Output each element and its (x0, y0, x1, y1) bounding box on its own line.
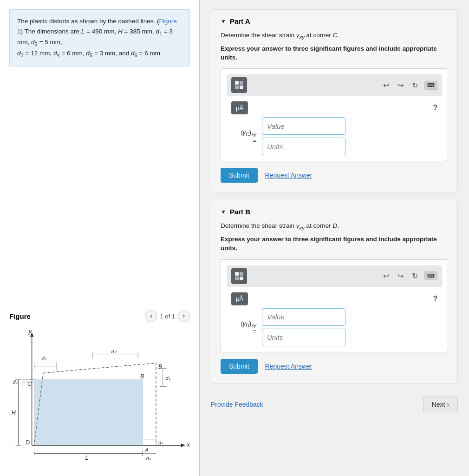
svg-text:L: L (85, 455, 88, 461)
part-b-section: ▼ Part B Determine the shear strain γxy … (211, 200, 458, 383)
part-a-toolbar: ↩ ↪ ↻ ⌨ (227, 74, 442, 96)
part-b-collapse-icon[interactable]: ▼ (221, 209, 226, 215)
svg-text:d₆: d₆ (146, 456, 151, 461)
figure-prev-button[interactable]: ‹ (145, 310, 157, 322)
mu-button[interactable]: μÅ (231, 101, 248, 114)
part-b-help-icon[interactable]: ? (433, 295, 437, 303)
figure-header: Figure ‹ 1 of 1 › (9, 310, 190, 322)
svg-rect-47 (240, 272, 243, 276)
part-b-question: Determine the shear strain γxy at corner… (221, 222, 448, 231)
part-a-question: Determine the shear strain γxy at corner… (221, 32, 448, 40)
svg-text:x: x (186, 441, 190, 448)
part-a-submit-button[interactable]: Submit (221, 168, 258, 183)
part-a-value-input[interactable] (262, 117, 345, 135)
part-a-input-row: (γC)xy = (227, 117, 442, 155)
part-b-request-answer-button[interactable]: Request Answer (265, 363, 313, 370)
part-a-actions: Submit Request Answer (221, 168, 448, 183)
svg-text:B: B (140, 373, 144, 380)
svg-text:B: B (158, 364, 162, 370)
part-b-title: Part B (230, 208, 250, 216)
svg-marker-2 (181, 443, 186, 447)
part-b-input-row: (γD)xy = (227, 308, 442, 346)
svg-rect-42 (235, 81, 239, 85)
part-b-reset-button[interactable]: ↻ (410, 271, 420, 281)
part-b-submit-button[interactable]: Submit (221, 359, 258, 374)
provide-feedback-button[interactable]: Provide Feedback (211, 401, 263, 408)
figure-section: Figure ‹ 1 of 1 › x y (9, 301, 190, 467)
svg-text:d₃: d₃ (111, 349, 117, 354)
bottom-row: Provide Feedback Next › (211, 395, 458, 414)
part-a-collapse-icon[interactable]: ▼ (221, 18, 226, 25)
figure-navigation: ‹ 1 of 1 › (145, 310, 190, 322)
redo-button[interactable]: ↪ (396, 80, 405, 91)
part-b-actions: Submit Request Answer (221, 359, 448, 374)
svg-rect-45 (240, 86, 243, 89)
figure-title: Figure (9, 312, 31, 320)
part-a-section: ▼ Part A Determine the shear strain γxy … (211, 9, 458, 192)
undo-button[interactable]: ↩ (381, 80, 391, 91)
svg-text:y: y (28, 328, 33, 335)
figure-link[interactable]: Figure 1 (17, 18, 177, 35)
svg-rect-44 (235, 86, 239, 89)
part-b-answer-box: ↩ ↪ ↻ ⌨ μÅ ? (γD)xy = (221, 259, 448, 352)
svg-text:C: C (27, 381, 32, 387)
part-b-toolbar: ↩ ↪ ↻ ⌨ (227, 265, 442, 287)
svg-text:A: A (144, 447, 149, 454)
svg-rect-6 (34, 380, 142, 445)
part-a-answer-box: ↩ ↪ ↻ ⌨ μÅ ? (γC)xy = (221, 68, 448, 161)
part-b-undo-button[interactable]: ↩ (381, 271, 391, 281)
part-a-header: ▼ Part A (221, 17, 448, 25)
svg-text:d₂: d₂ (42, 356, 47, 361)
part-a-instruction: Express your answer to three significant… (221, 45, 448, 62)
left-panel: The plastic distorts as shown by the das… (0, 0, 200, 476)
part-b-label: (γD)xy = (228, 320, 256, 335)
part-b-toolbar-row2: μÅ ? (227, 291, 442, 308)
part-b-mu-button[interactable]: μÅ (231, 292, 248, 305)
help-icon[interactable]: ? (433, 104, 437, 112)
part-b-keyboard-button[interactable]: ⌨ (424, 271, 437, 280)
part-b-instruction: Express your answer to three significant… (221, 235, 448, 253)
part-b-grid-icon[interactable] (231, 268, 247, 284)
part-a-title: Part A (230, 17, 250, 25)
right-panel: ▼ Part A Determine the shear strain γxy … (200, 0, 469, 476)
svg-rect-43 (240, 81, 243, 85)
svg-text:H: H (12, 410, 16, 416)
part-a-toolbar-row2: μÅ ? (227, 100, 442, 117)
svg-rect-46 (235, 272, 239, 276)
figure-page: 1 of 1 (160, 313, 175, 320)
part-a-units-input[interactable] (262, 138, 345, 155)
part-b-header: ▼ Part B (221, 208, 448, 216)
svg-rect-48 (235, 277, 239, 280)
next-button[interactable]: Next › (423, 397, 458, 412)
part-b-redo-button[interactable]: ↪ (396, 271, 405, 281)
part-b-value-input[interactable] (262, 308, 345, 326)
svg-rect-49 (240, 277, 243, 280)
part-a-input-fields (262, 117, 345, 155)
figure-next-button[interactable]: › (178, 310, 190, 322)
part-b-units-input[interactable] (262, 329, 345, 346)
part-a-request-answer-button[interactable]: Request Answer (265, 172, 313, 179)
problem-description: The plastic distorts as shown by the das… (9, 9, 190, 66)
svg-text:d₁: d₁ (13, 379, 18, 385)
svg-text:D: D (26, 439, 30, 446)
svg-text:d₄: d₄ (165, 375, 170, 381)
part-b-input-fields (262, 308, 345, 346)
part-a-label: (γC)xy = (228, 129, 256, 144)
reset-button[interactable]: ↻ (410, 80, 420, 91)
keyboard-button[interactable]: ⌨ (424, 81, 437, 90)
svg-text:d₅: d₅ (158, 440, 163, 445)
grid-icon[interactable] (231, 77, 247, 93)
figure-diagram: x y C B D A d₁ d₂ (9, 326, 190, 465)
